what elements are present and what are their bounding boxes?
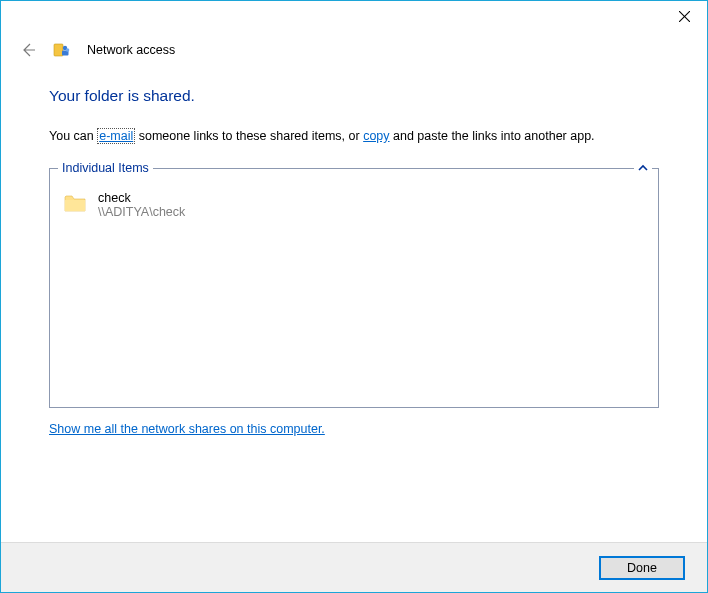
- shared-item-row[interactable]: check \\ADITYA\check: [60, 185, 648, 225]
- shared-item-path: \\ADITYA\check: [98, 205, 185, 219]
- shared-item-text: check \\ADITYA\check: [98, 191, 185, 219]
- chevron-up-icon: [638, 164, 648, 172]
- close-icon: [679, 11, 690, 22]
- folder-icon: [64, 193, 86, 213]
- page-heading: Your folder is shared.: [49, 87, 659, 105]
- desc-text: You can: [49, 129, 97, 143]
- show-all-shares-link[interactable]: Show me all the network shares on this c…: [49, 422, 325, 436]
- content-area: Your folder is shared. You can e-mail so…: [1, 59, 707, 436]
- email-link[interactable]: e-mail: [97, 128, 135, 144]
- individual-items-group: Individual Items check \\ADITYA\check: [49, 168, 659, 408]
- desc-text: someone links to these shared items, or: [135, 129, 363, 143]
- group-legend: Individual Items: [58, 161, 153, 175]
- collapse-toggle[interactable]: [634, 161, 652, 175]
- header-row: Network access: [1, 31, 707, 59]
- svg-rect-2: [54, 44, 63, 56]
- desc-text: and paste the links into another app.: [390, 129, 595, 143]
- svg-point-5: [66, 48, 70, 52]
- description-text: You can e-mail someone links to these sh…: [49, 127, 659, 146]
- titlebar: [1, 1, 707, 31]
- footer-bar: Done: [1, 542, 707, 592]
- network-share-icon: [53, 41, 71, 59]
- done-button[interactable]: Done: [599, 556, 685, 580]
- arrow-left-icon: [20, 42, 36, 58]
- close-button[interactable]: [662, 1, 707, 31]
- wizard-title: Network access: [87, 43, 175, 57]
- shared-item-name: check: [98, 191, 185, 205]
- copy-link[interactable]: copy: [363, 129, 389, 143]
- back-button[interactable]: [19, 41, 37, 59]
